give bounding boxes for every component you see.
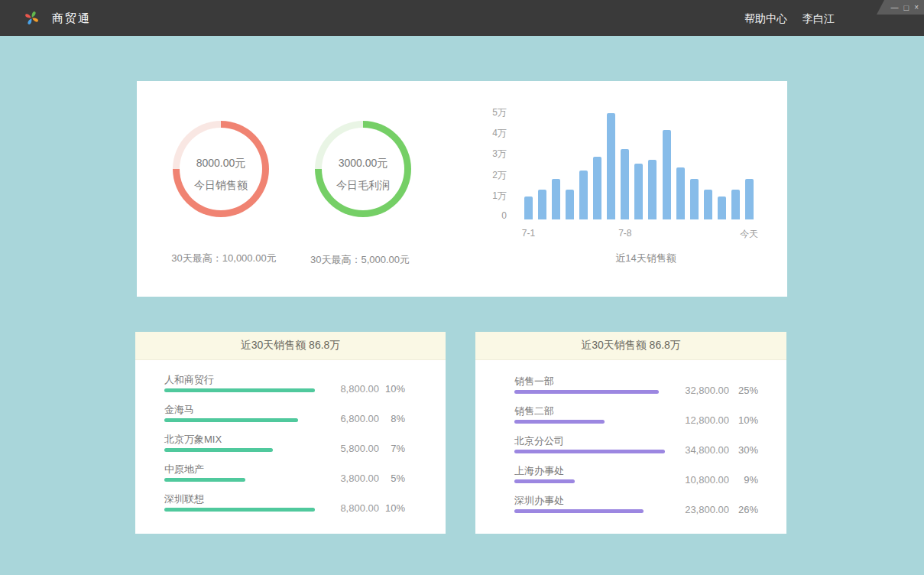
- customer-ranking-header: 近30天销售额 86.8万: [135, 332, 446, 360]
- today-profit-donut-center: 3000.00元 今日毛利润: [315, 121, 411, 217]
- ranking-row-bar: [164, 448, 273, 452]
- y-axis-tick-label: 4万: [468, 127, 507, 140]
- ranking-row-percent: 30%: [729, 444, 758, 456]
- ranking-row-value: 10,800.00: [659, 474, 729, 486]
- ranking-row-value: 8,800.00: [318, 502, 379, 514]
- ranking-row-percent: 26%: [729, 504, 758, 515]
- ranking-row-bar: [514, 390, 659, 394]
- ranking-row-value: 8,800.00: [318, 383, 379, 395]
- customer-ranking-card: 近30天销售额 86.8万 人和商贸行8,800.0010%金海马6,800.0…: [135, 332, 446, 534]
- list-item: 人和商贸行8,800.0010%: [135, 373, 446, 403]
- daily-sales-bar: [524, 197, 533, 219]
- daily-sales-bar: [566, 190, 574, 219]
- today-profit-label: 今日毛利润: [336, 179, 390, 193]
- list-item: 销售二部12,800.0010%: [475, 404, 786, 434]
- ranking-row-numbers: 8,800.0010%: [318, 502, 405, 514]
- list-item: 上海办事处10,800.009%: [475, 464, 786, 494]
- daily-sales-bar: [607, 113, 615, 219]
- ranking-row-bar: [164, 418, 298, 422]
- window-controls: — □ ×: [877, 0, 924, 15]
- ranking-row-label: 人和商贸行: [164, 373, 214, 387]
- ranking-row-value: 6,800.00: [318, 413, 379, 424]
- ranking-row-label: 金海马: [164, 403, 194, 417]
- today-sales-donut-chart: 8000.00元 今日销售额: [173, 121, 269, 217]
- daily-sales-bar: [634, 164, 643, 219]
- app-title: 商贸通: [52, 11, 91, 26]
- daily-sales-bar: [538, 190, 546, 219]
- daily-sales-bar: [621, 149, 629, 219]
- ranking-row-bar: [514, 450, 665, 453]
- ranking-row-numbers: 10,800.009%: [659, 474, 758, 486]
- daily-sales-bar: [552, 179, 560, 219]
- ranking-row-bar: [164, 508, 315, 512]
- x-axis-tick-label: 7-8: [618, 228, 631, 239]
- ranking-row-percent: 10%: [379, 383, 405, 395]
- user-name-link[interactable]: 李白江: [802, 12, 835, 26]
- ranking-row-percent: 25%: [729, 385, 758, 396]
- x-axis-tick-label: 7-1: [522, 228, 535, 239]
- department-ranking-header: 近30天销售额 86.8万: [475, 332, 786, 360]
- ranking-row-value: 3,800.00: [318, 473, 379, 484]
- titlebar: 商贸通 帮助中心 李白江 — □ ×: [0, 0, 924, 36]
- list-item: 北京万象MIX5,800.007%: [135, 433, 446, 463]
- daily-sales-bar: [690, 179, 699, 219]
- daily-sales-bar: [745, 179, 754, 219]
- today-profit-donut-chart: 3000.00元 今日毛利润: [315, 121, 411, 217]
- ranking-row-numbers: 5,800.007%: [318, 443, 405, 454]
- ranking-row-label: 北京分公司: [514, 434, 564, 448]
- daily-sales-bar: [648, 160, 657, 219]
- y-axis-tick-label: 1万: [468, 190, 507, 203]
- ranking-row-bar: [514, 479, 575, 483]
- ranking-row-label: 销售一部: [514, 375, 554, 388]
- ranking-row-bar: [164, 478, 245, 482]
- ranking-row-numbers: 34,800.0030%: [659, 444, 758, 456]
- ranking-row-numbers: 23,800.0026%: [659, 504, 758, 515]
- ranking-row-numbers: 8,800.0010%: [318, 383, 405, 395]
- daily-sales-bar: [663, 130, 671, 219]
- today-sales-donut-center: 8000.00元 今日销售额: [173, 121, 269, 217]
- ranking-row-numbers: 3,800.005%: [318, 473, 405, 484]
- ranking-row-value: 32,800.00: [659, 385, 729, 396]
- ranking-row-label: 中原地产: [164, 463, 204, 476]
- ranking-row-value: 23,800.00: [659, 504, 729, 515]
- bar-chart-title: 近14天销售额: [530, 252, 762, 265]
- ranking-row-percent: 10%: [729, 414, 758, 426]
- ranking-row-percent: 5%: [379, 473, 405, 484]
- close-icon[interactable]: ×: [914, 4, 919, 11]
- minimize-icon[interactable]: —: [891, 4, 899, 11]
- ranking-row-value: 12,800.00: [659, 414, 729, 426]
- app-logo-pinwheel-icon: [22, 8, 41, 28]
- list-item: 深圳联想8,800.0010%: [135, 492, 446, 522]
- ranking-row-percent: 9%: [729, 474, 758, 486]
- ranking-row-value: 34,800.00: [659, 444, 729, 456]
- ranking-row-bar: [514, 420, 605, 424]
- list-item: 北京分公司34,800.0030%: [475, 434, 786, 464]
- x-axis-tick-label: 今天: [740, 228, 758, 241]
- daily-sales-bar: [704, 190, 712, 219]
- ranking-row-label: 北京万象MIX: [164, 433, 222, 447]
- daily-sales-bar: [718, 197, 726, 219]
- ranking-row-value: 5,800.00: [318, 443, 379, 454]
- list-item: 深圳办事处23,800.0026%: [475, 494, 786, 524]
- today-sales-value: 8000.00元: [196, 157, 246, 171]
- ranking-row-percent: 8%: [379, 413, 405, 424]
- today-profit-value: 3000.00元: [339, 157, 388, 171]
- ranking-row-percent: 7%: [379, 443, 405, 454]
- list-item: 中原地产3,800.005%: [135, 463, 446, 492]
- ranking-row-bar: [514, 509, 644, 513]
- ranking-row-percent: 10%: [379, 502, 405, 514]
- ranking-row-label: 深圳办事处: [514, 494, 564, 508]
- profit-30d-max-text: 30天最高：5,000.00元: [280, 253, 440, 267]
- ranking-row-label: 深圳联想: [164, 492, 204, 506]
- ranking-row-label: 上海办事处: [514, 464, 564, 478]
- today-overview-card: 8000.00元 今日销售额 30天最高：10,000.00元 3000.00元…: [137, 81, 787, 297]
- list-item: 金海马6,800.008%: [135, 403, 446, 433]
- help-center-link[interactable]: 帮助中心: [744, 12, 787, 26]
- customer-ranking-list: 人和商贸行8,800.0010%金海马6,800.008%北京万象MIX5,80…: [135, 360, 446, 533]
- today-sales-label: 今日销售额: [194, 179, 248, 193]
- app-window: 商贸通 帮助中心 李白江 — □ × 8000.00元 今日销售额 30天最高：…: [0, 0, 924, 575]
- maximize-icon[interactable]: □: [904, 4, 909, 11]
- department-ranking-card: 近30天销售额 86.8万 销售一部32,800.0025%销售二部12,800…: [475, 332, 786, 534]
- sales-14d-bar-chart: [524, 109, 757, 219]
- y-axis-tick-label: 3万: [468, 148, 507, 161]
